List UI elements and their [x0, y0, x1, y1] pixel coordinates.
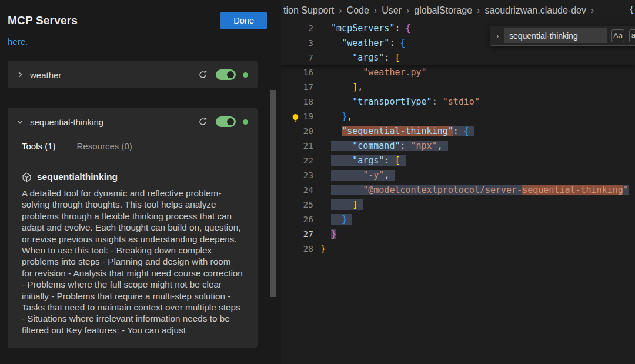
done-button[interactable]: Done — [220, 12, 267, 29]
code-line[interactable]: 22 "args": [ — [281, 153, 635, 168]
code-line[interactable]: 28} — [281, 242, 635, 256]
server-card-sequential-thinking: sequential-thinking Tools (1) Resources … — [8, 108, 258, 348]
code-text: "sequential-thinking": { — [313, 124, 474, 139]
code-line[interactable]: 7 "args": [ — [281, 51, 635, 65]
panel-scrollbar[interactable] — [269, 0, 276, 364]
server-header-sequential-thinking[interactable]: sequential-thinking — [8, 108, 258, 135]
tool-name: sequentialthinking — [37, 172, 118, 182]
line-number[interactable]: 2 — [281, 21, 313, 36]
here-link[interactable]: here. — [8, 36, 28, 46]
server-enabled-toggle[interactable] — [216, 116, 236, 127]
breadcrumb-bar: tion Support›Code›User›globalStorage›sao… — [281, 0, 635, 21]
breadcrumb-item[interactable]: saoudrizwan.claude-dev — [484, 5, 586, 16]
code-lines: 16 "weather.py"17 ],18 "transportType": … — [281, 65, 635, 256]
lightbulb-icon[interactable] — [291, 112, 300, 121]
code-text: } — [313, 227, 336, 242]
line-number[interactable]: 25 — [281, 198, 313, 212]
restart-server-icon[interactable] — [198, 116, 208, 127]
restart-server-icon[interactable] — [198, 69, 208, 80]
code-text: "transportType": "stdio" — [313, 95, 480, 109]
code-text: ], — [313, 80, 363, 95]
server-header-weather[interactable]: weather — [8, 61, 258, 88]
code-line[interactable]: 17 ], — [281, 80, 635, 95]
code-text: "args": [ — [313, 51, 400, 65]
chevron-down-icon[interactable] — [15, 117, 25, 126]
code-editor: tion Support›Code›User›globalStorage›sao… — [281, 0, 635, 364]
code-text: "command": "npx", — [313, 139, 448, 153]
server-enabled-toggle[interactable] — [216, 69, 236, 80]
tool-item: sequentialthinking A detailed tool for d… — [8, 165, 258, 348]
app-window: MCP Servers Done here. weather — [0, 0, 635, 364]
breadcrumb-file-icon[interactable]: {} — [629, 5, 635, 14]
code-text: } — [313, 212, 352, 227]
line-number[interactable]: 22 — [281, 153, 313, 168]
scrollbar-thumb[interactable] — [270, 90, 276, 297]
code-text: "weather.py" — [313, 65, 427, 80]
line-number[interactable]: 20 — [281, 124, 313, 139]
server-name: sequential-thinking — [30, 117, 198, 127]
tab-resources[interactable]: Resources (0) — [77, 141, 132, 156]
breadcrumb-item[interactable]: Code — [347, 5, 369, 16]
code-line[interactable]: 26 } — [281, 212, 635, 227]
chevron-right-icon[interactable] — [15, 70, 25, 79]
breadcrumb: tion Support›Code›User›globalStorage›sao… — [281, 0, 635, 21]
toggle-knob — [227, 71, 234, 78]
tab-tools[interactable]: Tools (1) — [22, 141, 56, 156]
code-text: "args": [ — [313, 153, 406, 168]
line-number[interactable]: 3 — [281, 36, 313, 51]
match-case-button[interactable]: Aa — [611, 29, 624, 42]
code-text: ] — [313, 198, 363, 212]
server-name: weather — [30, 70, 198, 80]
line-number[interactable]: 23 — [281, 168, 313, 183]
tool-header: sequentialthinking — [22, 172, 243, 182]
code-line[interactable]: 27 } — [281, 227, 635, 242]
server-card-weather: weather — [8, 61, 258, 88]
chevron-right-icon: › — [339, 5, 342, 16]
breadcrumb-item[interactable]: globalStorage — [414, 5, 472, 16]
code-line[interactable]: 24 "@modelcontextprotocol/server-sequent… — [281, 183, 635, 198]
code-line[interactable]: 21 "command": "npx", — [281, 139, 635, 153]
toggle-replace-chevron-icon[interactable]: › — [492, 26, 503, 45]
line-number[interactable]: 7 — [281, 51, 313, 65]
server-status-dot — [243, 72, 248, 78]
chevron-right-icon: › — [591, 5, 594, 16]
code-line[interactable]: 18 "transportType": "stdio" — [281, 95, 635, 109]
whole-word-label: ab — [631, 32, 635, 39]
code-text: "@modelcontextprotocol/server-sequential… — [313, 183, 629, 198]
line-number[interactable]: 26 — [281, 212, 313, 227]
line-number[interactable]: 24 — [281, 183, 313, 198]
page-title: MCP Servers — [8, 14, 78, 27]
find-widget: › Aa ab — [490, 26, 635, 46]
line-number[interactable]: 19 — [281, 109, 313, 124]
mcp-servers-panel: MCP Servers Done here. weather — [0, 0, 281, 364]
code-text: }, — [313, 109, 352, 124]
breadcrumb-item[interactable]: tion Support — [283, 5, 334, 16]
line-number[interactable]: 16 — [281, 65, 313, 80]
tool-description: A detailed tool for dynamic and reflecti… — [22, 188, 243, 336]
code-line[interactable]: 19 }, — [281, 109, 635, 124]
code-line[interactable]: 23 "-y", — [281, 168, 635, 183]
find-input[interactable] — [504, 28, 607, 43]
line-number[interactable]: 21 — [281, 139, 313, 153]
code-line[interactable]: 25 ] — [281, 198, 635, 212]
line-number[interactable]: 18 — [281, 95, 313, 109]
code-line[interactable]: 16 "weather.py" — [281, 65, 635, 80]
server-status-dot — [243, 119, 248, 125]
line-number[interactable]: 17 — [281, 80, 313, 95]
breadcrumb-item[interactable]: User — [382, 5, 402, 16]
chevron-right-icon: › — [374, 5, 377, 16]
code-line[interactable]: 20 "sequential-thinking": { — [281, 124, 635, 139]
package-icon — [22, 172, 32, 182]
whole-word-button[interactable]: ab — [629, 29, 635, 42]
line-number[interactable]: 28 — [281, 242, 313, 256]
tabs: Tools (1) Resources (0) — [8, 135, 258, 165]
code-text: } — [313, 242, 326, 256]
panel-header: MCP Servers Done — [0, 0, 281, 29]
code-text: "weather": { — [313, 36, 406, 51]
chevron-right-icon: › — [406, 5, 409, 16]
code-area[interactable]: 2 "mcpServers": {3 "weather": {7 "args":… — [281, 21, 635, 364]
line-number[interactable]: 27 — [281, 227, 313, 242]
code-text: "mcpServers": { — [313, 21, 411, 36]
chevron-right-icon: › — [477, 5, 480, 16]
toggle-knob — [227, 118, 234, 125]
